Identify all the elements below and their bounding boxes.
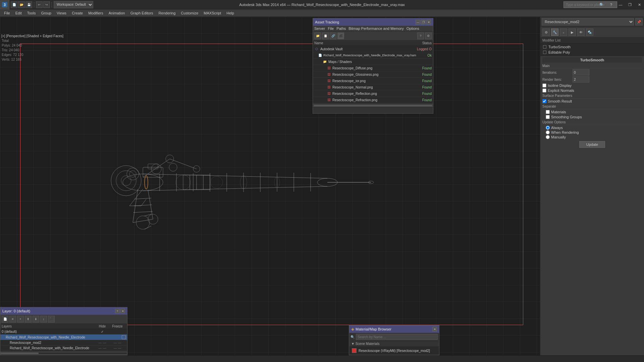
layers-row-mod2[interactable]: Resectoscope_mod2 — — — —: [0, 340, 127, 346]
asset-name-vault: Autodesk Vault: [320, 47, 405, 51]
redo-btn[interactable]: ↪: [43, 1, 50, 8]
material-item-resectoscope[interactable]: Resectoscope (VRayMtl) [Resectoscope_mod…: [349, 347, 439, 355]
right-panel: Resectoscope_mod2 📌 ⚙ 🔧 ⬦ ▶ 👁 🔩 Modifier…: [540, 17, 644, 362]
menu-edit[interactable]: Edit: [13, 10, 24, 16]
open-btn[interactable]: 📂: [18, 1, 25, 8]
modifier-editablepoly[interactable]: Editable Poly: [540, 50, 644, 55]
at-btn-3[interactable]: 🔗: [330, 33, 336, 39]
at-btn-4[interactable]: ⬛: [337, 33, 344, 39]
smooth-result-checkbox[interactable]: [542, 99, 546, 103]
manually-label: Manually: [551, 135, 566, 139]
at-btn-1[interactable]: 📁: [314, 33, 321, 39]
layers-tool-7[interactable]: ⬛: [48, 316, 55, 322]
menu-group[interactable]: Group: [38, 10, 54, 16]
save-btn[interactable]: 💾: [25, 1, 32, 8]
asset-row-reflection[interactable]: 🖼 Resectoscope_Reflection.png Found: [313, 90, 433, 97]
motion-icon[interactable]: ▶: [569, 28, 576, 36]
iterations-input[interactable]: [573, 69, 589, 75]
minimize-btn[interactable]: —: [616, 0, 625, 9]
layers-row-electrode[interactable]: Richard_Wolf_Resectoscope_with_Needle_El…: [0, 346, 127, 351]
manually-radio[interactable]: [546, 135, 550, 139]
update-button[interactable]: Update: [579, 141, 605, 148]
at-settings-btn[interactable]: ⚙: [425, 33, 432, 39]
at-menu-bitmap[interactable]: Bitmap Performance and Memory: [348, 26, 404, 31]
menu-tools[interactable]: Tools: [24, 10, 39, 16]
asset-tracking-close[interactable]: ✕: [426, 20, 431, 24]
undo-btn[interactable]: ↩: [36, 1, 43, 8]
layers-tool-6[interactable]: ↕: [40, 316, 47, 322]
menu-create[interactable]: Create: [69, 10, 86, 16]
app-logo: 3: [0, 0, 9, 9]
modifier-dropdown[interactable]: Resectoscope_mod2: [542, 18, 634, 25]
when-rendering-radio[interactable]: [546, 130, 550, 134]
asset-scrollbar[interactable]: [313, 103, 433, 107]
new-btn[interactable]: 📄: [11, 1, 17, 8]
menu-maxscript[interactable]: MAXScript: [201, 10, 224, 16]
hierarchy-icon[interactable]: ⬦: [560, 28, 567, 36]
asset-row-normal[interactable]: 🖼 Resectoscope_Normal.png Found: [313, 84, 433, 90]
asset-row-vault[interactable]: ⬡ Autodesk Vault Logged O: [313, 46, 433, 52]
material-search-input[interactable]: [356, 334, 438, 340]
at-menu-server[interactable]: Server: [314, 26, 325, 31]
materials-checkbox[interactable]: [546, 110, 550, 114]
layers-tool-5[interactable]: ⬇: [33, 316, 39, 322]
layers-tool-4[interactable]: ⬆: [25, 316, 32, 322]
menu-rendering[interactable]: Rendering: [156, 10, 178, 16]
menu-help[interactable]: Help: [224, 10, 237, 16]
asset-path-bar: [313, 107, 433, 113]
pin-btn[interactable]: 📌: [635, 18, 643, 25]
menu-animation[interactable]: Animation: [106, 10, 128, 16]
display-icon[interactable]: 👁: [577, 28, 585, 36]
modifier-list: TurboSmooth Editable Poly: [540, 44, 644, 56]
asset-row-ior[interactable]: 🖼 Resectoscope_ior.png Found: [313, 78, 433, 84]
create-icon[interactable]: ⚙: [542, 28, 550, 36]
visibility-checkbox[interactable]: [122, 335, 126, 339]
smoothing-groups-checkbox[interactable]: [546, 115, 550, 119]
menu-modifiers[interactable]: Modifiers: [86, 10, 106, 16]
menu-graph-editors[interactable]: Graph Editors: [128, 10, 156, 16]
menu-customize[interactable]: Customize: [178, 10, 201, 16]
asset-row-refraction[interactable]: 🖼 Resectoscope_Refraction.png Found: [313, 97, 433, 103]
at-menu-options[interactable]: Options: [407, 26, 419, 31]
render-iters-input[interactable]: [573, 76, 589, 82]
modifier-checkbox-turbsmooth[interactable]: [543, 45, 546, 49]
layers-row-default[interactable]: 0 (default) ✓: [0, 329, 127, 335]
layers-tool-1[interactable]: 📄: [2, 316, 8, 322]
asset-row-glossiness[interactable]: 🖼 Resectoscope_Glossiness.png Found: [313, 71, 433, 78]
layers-title: Layer: 0 (default): [2, 309, 30, 313]
layers-panel: Layer: 0 (default) ? ✕ 📄 ✕ + ⬆ ⬇ ↕ ⬛ Lay…: [0, 307, 127, 355]
at-btn-2[interactable]: 📋: [322, 33, 329, 39]
modifier-checkbox-editablepoly[interactable]: [543, 51, 546, 54]
modify-icon[interactable]: 🔧: [551, 28, 558, 36]
utilities-icon[interactable]: 🔩: [586, 28, 593, 36]
restore-btn[interactable]: ❐: [625, 0, 635, 9]
explicit-normals-checkbox[interactable]: [542, 88, 546, 93]
isoline-checkbox[interactable]: [542, 83, 546, 87]
at-help-btn[interactable]: ?: [417, 33, 424, 39]
workspace-dropdown[interactable]: Workspace: Default: [54, 1, 93, 8]
menu-file[interactable]: File: [1, 10, 13, 16]
asset-tracking-minimize[interactable]: —: [416, 20, 420, 24]
asset-tracking-restore[interactable]: ❐: [421, 20, 426, 24]
search-icon[interactable]: 🔍: [597, 0, 606, 9]
asset-row-diffuse[interactable]: 🖼 Resectoscope_Diffuse.png Found: [313, 65, 433, 71]
menu-views[interactable]: Views: [54, 10, 69, 16]
layers-tool-2[interactable]: ✕: [9, 316, 16, 322]
layers-close-btn[interactable]: ✕: [120, 309, 125, 313]
modifier-turbsmooth[interactable]: TurboSmooth: [540, 44, 644, 50]
layers-row-resectoscope[interactable]: Richard_Wolf_Resectoscope_with_Needle_El…: [0, 335, 127, 340]
asset-row-file[interactable]: 📄 Richard_Wolf_Resectoscope_with_Needle_…: [313, 52, 433, 59]
scene-materials-header[interactable]: ▼ Scene Materials: [349, 341, 439, 347]
layers-help-btn[interactable]: ?: [115, 309, 120, 313]
turbosmooth-section: TurboSmooth Main Iterations: Render Iter…: [540, 56, 644, 151]
layers-tool-3[interactable]: +: [17, 316, 24, 322]
svg-text:3: 3: [4, 3, 6, 7]
help-icon[interactable]: ?: [606, 0, 616, 9]
asset-row-folder[interactable]: 📁 Maps / Shaders: [313, 59, 433, 65]
material-browser-close[interactable]: ✕: [432, 327, 437, 331]
always-radio[interactable]: [546, 126, 550, 130]
layers-scroll[interactable]: [0, 351, 127, 355]
at-menu-file[interactable]: File: [328, 26, 334, 31]
close-btn[interactable]: ✕: [635, 0, 644, 9]
at-menu-paths[interactable]: Paths: [336, 26, 346, 31]
